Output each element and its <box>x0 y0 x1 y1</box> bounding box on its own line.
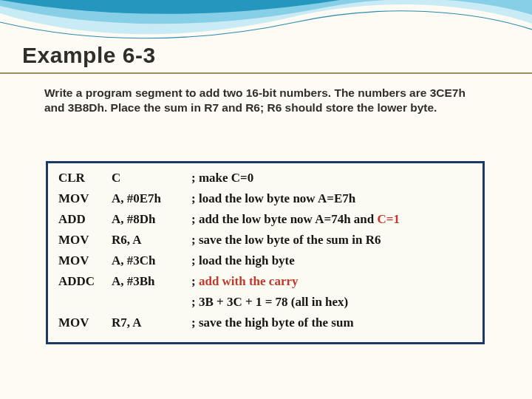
mnemonic: MOV <box>58 233 112 248</box>
operand: R7, A <box>112 316 191 330</box>
carry-highlight: C=1 <box>378 212 400 226</box>
mnemonic: ADD <box>58 212 112 227</box>
code-line: MOV R6, A ; save the low byte of the sum… <box>58 233 472 248</box>
operand: C <box>112 171 191 185</box>
comment: ; save the high byte of the sum <box>191 316 354 330</box>
mnemonic: ADDC <box>58 274 112 289</box>
code-line: ADDC A, #3Bh ; add with the carry <box>58 274 472 289</box>
problem-description: Write a program segment to add two 16-bi… <box>44 86 473 115</box>
comment-text: ; <box>191 274 199 288</box>
carry-highlight: add with the carry <box>199 274 299 288</box>
operand: A, #3Bh <box>112 274 191 289</box>
code-line: MOV A, #0E7h ; load the low byte now A=E… <box>58 191 472 206</box>
slide: Example 6-3 Write a program segment to a… <box>0 0 532 399</box>
operand: A, #8Dh <box>112 212 191 227</box>
code-line: CLR C ; make C=0 <box>58 171 472 185</box>
code-line: MOV R7, A ; save the high byte of the su… <box>58 316 472 330</box>
code-listing: CLR C ; make C=0 MOV A, #0E7h ; load the… <box>46 161 485 344</box>
slide-title: Example 6-3 <box>22 43 156 68</box>
mnemonic: MOV <box>58 316 112 330</box>
code-line: ADD A, #8Dh ; add the low byte now A=74h… <box>58 212 472 227</box>
title-underline <box>0 72 532 74</box>
operand: A, #0E7h <box>112 191 191 206</box>
mnemonic: MOV <box>58 191 112 206</box>
operand: A, #3Ch <box>112 253 191 268</box>
comment: ; add with the carry <box>191 274 299 289</box>
code-line: MOV A, #3Ch ; load the high byte <box>58 253 472 268</box>
comment: ; load the high byte <box>191 253 295 268</box>
inline-note: ; 3B + 3C + 1 = 78 (all in hex) <box>191 295 472 310</box>
comment: ; make C=0 <box>191 171 253 185</box>
comment: ; load the low byte now A=E7h <box>191 191 355 206</box>
mnemonic: MOV <box>58 253 112 268</box>
comment: ; add the low byte now A=74h and C=1 <box>191 212 400 227</box>
comment: ; save the low byte of the sum in R6 <box>191 233 381 248</box>
operand: R6, A <box>112 233 191 248</box>
mnemonic: CLR <box>58 171 112 185</box>
comment-text: ; add the low byte now A=74h and <box>191 212 378 226</box>
